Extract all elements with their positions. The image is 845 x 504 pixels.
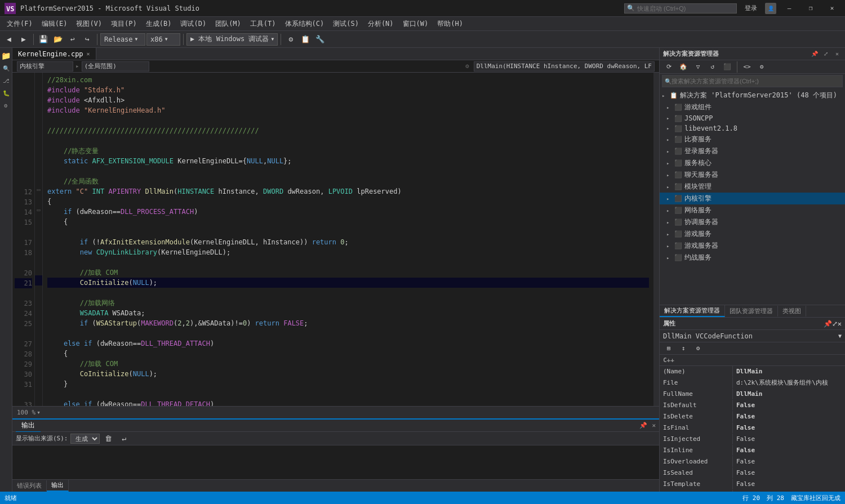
toolbar-forward[interactable]: ▶ <box>17 33 30 46</box>
quick-launch-bar[interactable]: 🔍 <box>624 3 737 14</box>
editor-scrollbar[interactable] <box>653 73 659 406</box>
tab-solution-explorer[interactable]: 解决方案资源管理器 <box>660 305 725 317</box>
function-dropdown[interactable]: DllMain(HINSTANCE hInstance, DWORD dwRea… <box>474 61 655 72</box>
project-challenge[interactable]: ▸ ⬛ 约战服务 <box>660 252 845 264</box>
user-icon[interactable]: 👤 <box>765 3 776 14</box>
menu-file[interactable]: 文件(F) <box>2 17 37 30</box>
project-network[interactable]: ▸ ⬛ 网络服务 <box>660 204 845 216</box>
menu-tools[interactable]: 工具(T) <box>246 17 281 30</box>
tab-team-explorer[interactable]: 团队资源管理器 <box>725 306 778 316</box>
se-tool-code[interactable]: <> <box>740 60 754 74</box>
toolbar-open[interactable]: 📂 <box>51 33 65 46</box>
se-search-bar[interactable]: 🔍 <box>662 75 843 87</box>
prop-row-issealed[interactable]: IsSealed False <box>660 467 845 479</box>
prop-expand-btn[interactable]: ⤢ <box>832 320 838 328</box>
activity-git[interactable]: ⎇ <box>1 75 12 86</box>
menu-edit[interactable]: 编辑(E) <box>37 17 72 30</box>
prop-row-file[interactable]: File d:\2k\系统模块\服务组件\内核 <box>660 377 845 389</box>
prop-pin-btn[interactable]: 📌 <box>824 320 832 328</box>
zoom-level[interactable]: 100 % <box>17 409 35 416</box>
menu-project[interactable]: 项目(P) <box>106 17 141 30</box>
menu-window[interactable]: 窗口(W) <box>398 17 433 30</box>
activity-explorer[interactable]: 📁 <box>1 50 12 61</box>
scope-dropdown[interactable]: 内核引擎 <box>17 61 73 72</box>
close-btn[interactable]: ✕ <box>824 0 840 17</box>
editor-content[interactable]: ▸ 12 13 14 15 17 18 <box>12 73 659 406</box>
prop-row-isoverloaded[interactable]: IsOverloaded False <box>660 456 845 467</box>
tab-output[interactable]: 输出 <box>47 480 69 492</box>
toolbar-extra1[interactable]: ⚙ <box>284 33 297 46</box>
quick-launch-input[interactable] <box>637 5 734 12</box>
toolbar-save[interactable]: 💾 <box>37 33 50 46</box>
prop-tool-sort[interactable]: ↕ <box>677 342 690 355</box>
project-login[interactable]: ▸ ⬛ 登录服务器 <box>660 145 845 157</box>
tab-error-list[interactable]: 错误列表 <box>12 480 47 491</box>
toolbar-undo[interactable]: ↩ <box>66 33 79 46</box>
prop-dropdown-icon[interactable]: ▼ <box>838 333 842 339</box>
project-libevent[interactable]: ▸ ⬛ libevent2.1.8 <box>660 123 845 133</box>
bottom-panel-pin[interactable]: 📌 <box>639 422 647 429</box>
menu-build[interactable]: 生成(B) <box>141 17 176 30</box>
zoom-dropdown-icon[interactable]: ▾ <box>37 409 41 416</box>
se-pin-btn[interactable]: 📌 <box>810 50 819 59</box>
prop-tool-filter[interactable]: ⚙ <box>691 342 705 355</box>
se-tool-filter[interactable]: ▽ <box>691 60 705 74</box>
activity-search[interactable]: 🔍 <box>1 63 12 74</box>
prop-tool-grid[interactable]: ⊞ <box>662 342 675 355</box>
menu-test[interactable]: 测试(S) <box>328 17 363 30</box>
menu-help[interactable]: 帮助(H) <box>433 17 468 30</box>
project-gameservice[interactable]: ▸ ⬛ 游戏服务 <box>660 228 845 240</box>
prop-row-isdelete[interactable]: IsDelete False <box>660 411 845 422</box>
prop-row-isdefault[interactable]: IsDefault False <box>660 400 845 411</box>
toolbar-extra2[interactable]: 📋 <box>299 33 312 46</box>
menu-debug[interactable]: 调试(D) <box>176 17 211 30</box>
context-dropdown[interactable]: (全局范围) <box>82 61 149 72</box>
project-gamecomponent[interactable]: ▸ ⬛ 游戏组件 <box>660 101 845 113</box>
project-coordinator[interactable]: ▸ ⬛ 协调服务器 <box>660 216 845 228</box>
prop-row-isfinal[interactable]: IsFinal False <box>660 422 845 434</box>
se-tool-home[interactable]: 🏠 <box>677 60 690 74</box>
toolbar-extra3[interactable]: 🔧 <box>313 33 327 46</box>
se-tool-settings[interactable]: ⚙ <box>755 60 768 74</box>
start-button[interactable]: ▶ 本地 Windows 调试器 ▼ <box>186 33 278 46</box>
prop-row-typestring[interactable]: TypeString INT <box>660 490 845 492</box>
restore-btn[interactable]: ❐ <box>802 0 819 17</box>
output-source-select[interactable]: 生成 <box>70 434 100 444</box>
se-tool-collapseall[interactable]: ⬛ <box>721 60 734 74</box>
output-tab[interactable]: 输出 <box>16 420 41 432</box>
bottom-panel-close[interactable]: ✕ <box>652 422 656 429</box>
code-editor[interactable]: //28xin.com #include "Stdafx.h" #include… <box>43 73 653 406</box>
se-expand-btn[interactable]: ⤢ <box>821 50 830 59</box>
prop-row-isinline[interactable]: IsInline False <box>660 445 845 456</box>
prop-row-istemplate[interactable]: IsTemplate False <box>660 479 845 490</box>
minimize-btn[interactable]: — <box>781 0 798 17</box>
project-jsoncpp[interactable]: ▸ ⬛ JSONCPP <box>660 113 845 123</box>
configuration-dropdown[interactable]: Release ▼ <box>100 33 145 46</box>
solution-root[interactable]: ▸ 📋 解决方案 'PlatformServer2015' (48 个项目) <box>660 90 845 101</box>
project-match[interactable]: ▸ ⬛ 比赛服务 <box>660 133 845 145</box>
project-module[interactable]: ▸ ⬛ 模块管理 <box>660 181 845 193</box>
toolbar-redo[interactable]: ↪ <box>81 33 94 46</box>
output-clear[interactable]: 🗑 <box>102 432 115 445</box>
login-btn[interactable]: 登录 <box>741 4 760 12</box>
project-kernel[interactable]: ▸ ⬛ 内核引擎 <box>660 193 845 204</box>
project-servicecore[interactable]: ▸ ⬛ 服务核心 <box>660 157 845 169</box>
project-gameserver[interactable]: ▸ ⬛ 游戏服务器 <box>660 240 845 252</box>
toolbar-back[interactable]: ◀ <box>2 33 16 46</box>
tab-class-view[interactable]: 类视图 <box>778 306 806 316</box>
menu-team[interactable]: 团队(M) <box>211 17 246 30</box>
editor-tab-kernelengine[interactable]: KernelEngine.cpp ✕ <box>12 48 96 60</box>
se-tool-refresh[interactable]: ↺ <box>706 60 719 74</box>
menu-architecture[interactable]: 体系结构(C) <box>281 17 329 30</box>
se-close-btn[interactable]: ✕ <box>833 50 842 59</box>
tab-close-icon[interactable]: ✕ <box>87 51 90 57</box>
prop-row-fullname[interactable]: FullName DllMain <box>660 389 845 400</box>
prop-row-name[interactable]: (Name) DllMain <box>660 366 845 377</box>
prop-row-isinjected[interactable]: IsInjected False <box>660 434 845 445</box>
activity-settings[interactable]: ⚙ <box>1 100 12 111</box>
platform-dropdown[interactable]: x86 ▼ <box>146 33 180 46</box>
output-wrap[interactable]: ↵ <box>118 432 131 445</box>
prop-close-btn[interactable]: ✕ <box>838 320 842 328</box>
se-search-input[interactable] <box>671 78 840 84</box>
activity-debug[interactable]: 🐛 <box>1 87 12 99</box>
